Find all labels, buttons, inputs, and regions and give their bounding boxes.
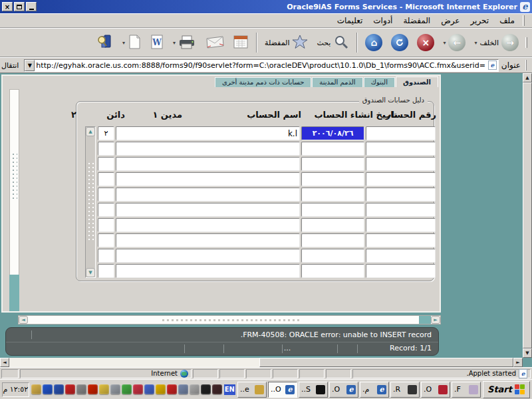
toolbar-grip[interactable] — [525, 37, 527, 48]
account-number-field-3[interactable] — [366, 172, 436, 186]
account-name-field-8[interactable] — [116, 249, 300, 263]
account-number-field-9[interactable] — [366, 264, 436, 278]
print-dropdown-icon[interactable]: ▾ — [173, 40, 176, 46]
stop-button[interactable]: × — [413, 32, 438, 53]
created-date-field-8[interactable] — [301, 249, 364, 263]
account-name-field-2[interactable] — [116, 157, 300, 171]
account-name-field-9[interactable] — [116, 264, 300, 278]
account-number-field-4[interactable] — [366, 188, 436, 201]
home-button[interactable]: ⌂ — [361, 32, 386, 53]
hscroll-left-icon[interactable]: ◄ — [0, 358, 9, 367]
vscroll-thumb[interactable] — [523, 82, 532, 348]
tab-3[interactable]: حسابات ذات ذمم مدينة أخرى — [215, 77, 311, 87]
black-app2-icon[interactable] — [212, 384, 222, 394]
created-date-field-1[interactable] — [301, 142, 364, 156]
created-date-field-6[interactable] — [301, 218, 364, 232]
menu-grip[interactable] — [523, 15, 525, 26]
menu-item-2[interactable]: عرض — [436, 15, 464, 27]
created-date-field-0[interactable]: ٢٠٠٦/٠٨/٢٦ — [301, 126, 364, 140]
taskbar-button-7[interactable]: .F — [452, 382, 481, 398]
account-number-field-7[interactable] — [366, 233, 436, 247]
amount-field-2[interactable] — [98, 157, 114, 171]
applet-horizontal-scrollbar[interactable]: ◄ ► — [18, 315, 441, 325]
menu-item-0[interactable]: ملف — [495, 15, 519, 27]
print-button[interactable]: ▾ — [169, 32, 201, 54]
red-sync-icon[interactable] — [65, 384, 75, 394]
created-date-field-9[interactable] — [301, 264, 364, 278]
tab-2[interactable]: الذمم المدينة — [312, 77, 362, 87]
history-button[interactable] — [229, 32, 253, 54]
research-button[interactable] — [92, 31, 118, 55]
go-button[interactable]: انتقال ◄ — [0, 59, 21, 72]
display-icon[interactable] — [110, 384, 120, 394]
hscroll-right-icon[interactable]: ► — [513, 358, 523, 367]
back-dropdown-icon[interactable]: ▾ — [474, 40, 477, 46]
account-number-field-1[interactable] — [366, 142, 436, 156]
amount-field-8[interactable] — [98, 249, 114, 263]
edit-button[interactable]: W — [146, 32, 168, 54]
account-number-field-2[interactable] — [366, 157, 436, 171]
print-queue-icon[interactable] — [190, 384, 200, 394]
amount-field-9[interactable] — [98, 264, 114, 278]
restore-button[interactable] — [14, 2, 25, 11]
addressbar-grip[interactable] — [525, 60, 527, 70]
account-name-field-3[interactable] — [116, 172, 300, 186]
taskbar-button-5[interactable]: .R — [390, 382, 420, 398]
taskbar-button-4[interactable]: .مe — [360, 382, 389, 398]
shield-alert-icon[interactable] — [167, 384, 177, 394]
tab-0[interactable]: الصندوق — [396, 76, 438, 87]
account-name-field-5[interactable] — [116, 203, 300, 217]
record-scrollbar-thumb[interactable] — [87, 162, 94, 243]
created-date-field-5[interactable] — [301, 203, 364, 217]
vscroll-up-icon[interactable]: ▲ — [523, 73, 532, 82]
back-button[interactable]: → الخلف ▾ — [470, 32, 523, 53]
antivirus-pie-icon[interactable] — [133, 384, 143, 394]
amount-field-6[interactable] — [98, 218, 114, 232]
amount-field-5[interactable] — [98, 203, 114, 217]
browser-vertical-scrollbar[interactable]: ▲ ▼ — [523, 73, 532, 358]
created-date-field-3[interactable] — [301, 172, 364, 186]
media-player-icon[interactable] — [122, 384, 132, 394]
menu-item-5[interactable]: تعليمات — [332, 15, 368, 27]
page-button[interactable]: ▾ — [118, 32, 145, 54]
applet-hscroll-right-icon[interactable]: ► — [431, 316, 440, 324]
taskbar-button-2[interactable]: ..S — [299, 382, 328, 398]
page-dropdown-icon[interactable]: ▾ — [122, 40, 125, 46]
account-name-field-7[interactable] — [116, 233, 300, 247]
amount-field-1[interactable] — [98, 142, 114, 156]
created-date-field-2[interactable] — [301, 157, 364, 171]
network-monitor-icon[interactable] — [178, 384, 188, 394]
browser-horizontal-scrollbar[interactable]: ◄ ► — [0, 358, 523, 367]
start-button[interactable]: Start — [483, 381, 530, 398]
created-date-field-7[interactable] — [301, 233, 364, 247]
account-name-field-6[interactable] — [116, 218, 300, 232]
tab-1[interactable]: البنوك — [364, 77, 395, 87]
account-name-field-0[interactable]: k.l — [116, 126, 300, 140]
taskbar-button-1[interactable]: ..Oe — [268, 382, 297, 398]
hscroll-thumb[interactable] — [259, 358, 513, 367]
address-dropdown-button[interactable]: ▼ — [25, 60, 35, 71]
scroll-down-icon[interactable]: ▼ — [86, 268, 95, 277]
account-number-field-8[interactable] — [366, 249, 436, 263]
minimize-button[interactable] — [26, 2, 37, 11]
shield-warning-icon[interactable] — [156, 384, 166, 394]
favorites-button[interactable]: المفضلة — [261, 32, 312, 54]
menu-item-1[interactable]: تحرير — [466, 15, 494, 27]
account-number-field-0[interactable] — [366, 126, 436, 140]
applet-hscroll-grip[interactable] — [161, 318, 301, 323]
language-indicator[interactable]: EN — [224, 384, 236, 395]
menu-item-4[interactable]: أدوات — [368, 15, 397, 27]
update-icon[interactable] — [144, 384, 154, 394]
url-text[interactable]: http://egyhak.oracle.us.com:8888/forms90… — [35, 61, 487, 70]
applet-vscroll-grip[interactable] — [11, 152, 17, 200]
taskbar-button-3[interactable]: .Oe — [329, 382, 358, 398]
amount-field-7[interactable] — [98, 233, 114, 247]
close-button[interactable]: × — [2, 2, 13, 11]
volume-icon[interactable] — [76, 384, 86, 394]
mail-button[interactable] — [201, 32, 228, 54]
scroll-up-icon[interactable]: ▲ — [86, 127, 95, 136]
applet-hscroll-track[interactable] — [28, 316, 419, 324]
menu-item-3[interactable]: المفضلة — [398, 15, 435, 27]
wireless-icon[interactable] — [43, 384, 53, 394]
forward-dropdown-icon[interactable]: ▾ — [443, 40, 446, 46]
